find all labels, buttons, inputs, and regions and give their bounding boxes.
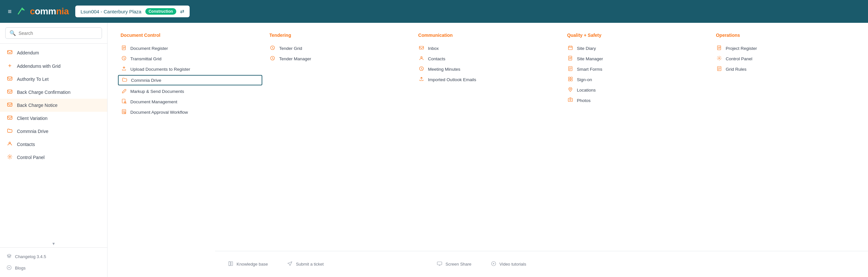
sidebar-footer-changelog[interactable]: Changelog 3.4.5 — [0, 251, 107, 262]
envelope-icon — [418, 45, 425, 51]
bottom-label: Knowledge base — [237, 262, 268, 267]
menu-label: Locations — [577, 88, 596, 93]
menu-item-control-panel[interactable]: Control Panel — [716, 54, 855, 64]
pencil-icon — [121, 88, 127, 94]
bottom-screen-share[interactable]: Screen Share — [437, 261, 471, 267]
doc-icon — [716, 45, 722, 51]
menu-item-locations[interactable]: Locations — [567, 85, 706, 95]
svg-rect-10 — [122, 99, 125, 103]
menu-item-markup-send[interactable]: Markup & Send Documents — [121, 86, 260, 96]
folder-icon — [121, 77, 128, 83]
logo-icon — [16, 5, 27, 17]
play-circle-icon — [6, 265, 12, 271]
section-operations: Operations Project Register Control Pane… — [716, 33, 855, 117]
blogs-label: Blogs — [15, 266, 26, 271]
menu-item-grid-rules[interactable]: Grid Rules — [716, 64, 855, 74]
menu-item-tender-manager[interactable]: Tender Manager — [270, 54, 409, 64]
project-selector[interactable]: Lsun004 - Canterbury Plaza Construction … — [75, 5, 189, 17]
menu-item-contacts[interactable]: Contacts — [418, 54, 557, 64]
menu-item-sign-on[interactable]: Sign-on — [567, 74, 706, 85]
bottom-knowledge-base[interactable]: Knowledge base — [228, 261, 268, 267]
menu-label: Commnia Drive — [131, 78, 161, 83]
send-icon — [287, 261, 292, 267]
project-name: Lsun004 - Canterbury Plaza — [81, 9, 142, 14]
svg-point-5 — [9, 142, 11, 144]
bottom-video-tutorials[interactable]: Video tutorials — [491, 261, 526, 267]
svg-point-6 — [9, 156, 10, 157]
menu-label: Contacts — [428, 56, 445, 61]
sidebar-label: Back Charge Confirmation — [17, 90, 70, 95]
grid-icon — [567, 76, 574, 83]
menu-item-project-register[interactable]: Project Register — [716, 43, 855, 54]
bottom-label: Screen Share — [445, 262, 471, 267]
upload-icon — [418, 76, 425, 83]
bottom-submit-ticket[interactable]: Submit a ticket — [287, 261, 323, 267]
menu-item-inbox[interactable]: Inbox — [418, 43, 557, 54]
envelope-icon — [6, 50, 13, 56]
bottom-label: Video tutorials — [499, 262, 526, 267]
upload-icon — [121, 66, 127, 72]
menu-label: Tender Manager — [279, 56, 311, 61]
sidebar-label: Commnia Drive — [17, 129, 48, 134]
sidebar-item-addendum[interactable]: Addendum — [0, 46, 107, 59]
main-container: 🔍 Addendum + Addendums with Grid — [0, 23, 868, 277]
svg-rect-18 — [568, 46, 572, 50]
swap-icon[interactable]: ⇄ — [180, 8, 184, 14]
search-input-wrap[interactable]: 🔍 — [5, 27, 102, 39]
menu-label: Markup & Send Documents — [130, 89, 184, 94]
sidebar-item-authority[interactable]: Authority To Let — [0, 73, 107, 86]
menu-label: Site Manager — [577, 56, 603, 61]
menu-item-document-register[interactable]: Document Register — [121, 43, 260, 54]
doc-search-icon — [121, 99, 127, 104]
hamburger-icon[interactable]: ≡ — [8, 8, 12, 15]
menu-item-site-diary[interactable]: Site Diary — [567, 43, 706, 54]
clock-icon — [270, 45, 276, 51]
menu-item-tender-grid[interactable]: Tender Grid — [270, 43, 409, 54]
menu-label: Control Panel — [725, 56, 752, 61]
sidebar-label: Contacts — [17, 142, 35, 147]
doc-icon — [121, 45, 127, 51]
envelope-icon — [6, 76, 13, 83]
sidebar-item-client-variation[interactable]: Client Variation — [0, 112, 107, 125]
sidebar-label: Control Panel — [17, 155, 44, 160]
menu-label: Site Diary — [577, 46, 596, 51]
menu-item-smart-forms[interactable]: Smart Forms — [567, 64, 706, 74]
logo-area: ≡ commnia — [8, 5, 69, 17]
menu-label: Transmittal Grid — [130, 56, 162, 61]
menu-item-site-manager[interactable]: Site Manager — [567, 54, 706, 64]
menu-label: Grid Rules — [725, 67, 746, 72]
section-document-control: Document Control Document Register Trans… — [121, 33, 260, 117]
photo-icon — [567, 97, 574, 103]
menu-item-photos[interactable]: Photos — [567, 95, 706, 105]
svg-point-25 — [570, 88, 571, 90]
logo-text: commnia — [30, 6, 69, 17]
folder-icon — [6, 128, 13, 134]
svg-point-16 — [421, 57, 422, 58]
pin-icon — [567, 87, 574, 93]
menu-item-document-approval[interactable]: Document Approval Workflow — [121, 107, 260, 117]
sidebar-item-control-panel[interactable]: Control Panel — [0, 151, 107, 164]
sidebar-item-commnia-drive[interactable]: Commnia Drive — [0, 125, 107, 138]
sidebar-item-back-charge-notice[interactable]: Back Charge Notice — [0, 99, 107, 112]
gear-icon — [6, 154, 13, 161]
sidebar-footer-blogs[interactable]: Blogs — [0, 262, 107, 274]
envelope-icon — [6, 89, 13, 95]
menu-item-document-management[interactable]: Document Management — [121, 96, 260, 107]
sidebar-item-contacts[interactable]: Contacts — [0, 138, 107, 151]
search-input[interactable] — [19, 31, 98, 36]
doc-lines-icon — [567, 66, 574, 72]
clock-icon — [121, 56, 127, 62]
menu-label: Tender Grid — [279, 46, 302, 51]
menu-item-meeting-minutes[interactable]: Meeting Minutes — [418, 64, 557, 74]
scroll-down-arrow[interactable]: ▼ — [0, 240, 107, 247]
sidebar-item-back-charge-confirmation[interactable]: Back Charge Confirmation — [0, 86, 107, 99]
menu-label: Inbox — [428, 46, 439, 51]
menu-item-commnia-drive[interactable]: Commnia Drive — [118, 75, 262, 85]
menu-item-imported-outlook[interactable]: Imported Outlook Emails — [418, 74, 557, 85]
sidebar-item-addendums-grid[interactable]: + Addendums with Grid — [0, 59, 107, 73]
section-title-tendering: Tendering — [270, 33, 409, 38]
menu-item-transmittal-grid[interactable]: Transmittal Grid — [121, 54, 260, 64]
menu-label: Document Management — [130, 99, 177, 104]
menu-item-upload-documents[interactable]: Upload Documents to Register — [121, 64, 260, 74]
plus-icon: + — [6, 63, 13, 69]
